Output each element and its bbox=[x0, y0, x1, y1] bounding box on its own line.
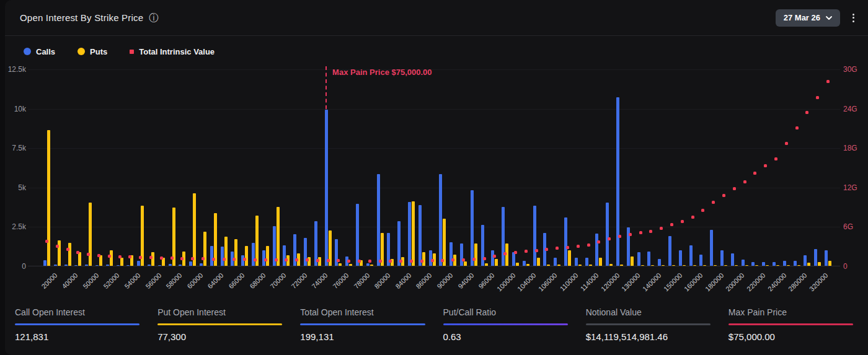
call-bar-105000[interactable] bbox=[533, 206, 536, 266]
call-bar-52000[interactable] bbox=[106, 265, 109, 266]
put-bar-230000[interactable] bbox=[766, 265, 769, 266]
call-bar-125000[interactable] bbox=[616, 97, 619, 266]
put-bar-105000[interactable] bbox=[537, 258, 540, 266]
intrinsic-value-dot-100000[interactable] bbox=[503, 252, 507, 255]
call-bar-260000[interactable] bbox=[783, 261, 786, 266]
intrinsic-value-dot-108000[interactable] bbox=[556, 247, 559, 250]
call-bar-86000[interactable] bbox=[418, 205, 422, 266]
intrinsic-value-dot-76000[interactable] bbox=[337, 259, 340, 262]
put-bar-135000[interactable] bbox=[641, 265, 644, 266]
call-bar-40000[interactable] bbox=[64, 265, 68, 266]
intrinsic-value-dot-84000[interactable] bbox=[399, 260, 402, 263]
put-bar-65000[interactable] bbox=[224, 237, 228, 266]
intrinsic-value-dot-150000[interactable] bbox=[670, 223, 673, 226]
call-bar-45000[interactable] bbox=[74, 265, 78, 266]
call-bar-110000[interactable] bbox=[564, 217, 567, 266]
call-bar-30000[interactable] bbox=[54, 265, 57, 266]
intrinsic-value-dot-106000[interactable] bbox=[545, 248, 548, 251]
call-bar-53000[interactable] bbox=[117, 265, 120, 266]
call-bar-320000[interactable] bbox=[814, 249, 817, 266]
intrinsic-value-dot-104000[interactable] bbox=[525, 250, 528, 253]
intrinsic-value-dot-88000[interactable] bbox=[431, 259, 434, 262]
intrinsic-value-dot-260000[interactable] bbox=[785, 142, 788, 145]
put-bar-170000[interactable] bbox=[703, 265, 706, 266]
put-bar-108000[interactable] bbox=[557, 265, 560, 266]
call-bar-340000[interactable] bbox=[825, 250, 828, 266]
intrinsic-value-dot-170000[interactable] bbox=[701, 209, 704, 212]
call-bar-94000[interactable] bbox=[460, 243, 463, 266]
call-bar-135000[interactable] bbox=[637, 252, 640, 266]
kebab-menu-icon[interactable] bbox=[850, 11, 857, 25]
intrinsic-value-dot-70000[interactable] bbox=[275, 258, 278, 261]
intrinsic-value-dot-180000[interactable] bbox=[712, 201, 715, 204]
put-bar-190000[interactable] bbox=[724, 265, 727, 266]
put-bar-145000[interactable] bbox=[662, 265, 665, 266]
put-bar-102000[interactable] bbox=[516, 263, 519, 266]
put-bar-240000[interactable] bbox=[776, 265, 779, 266]
call-bar-120000[interactable] bbox=[606, 203, 609, 266]
intrinsic-value-dot-30000[interactable] bbox=[56, 245, 59, 248]
intrinsic-value-dot-105000[interactable] bbox=[535, 249, 538, 252]
intrinsic-value-dot-230000[interactable] bbox=[764, 164, 767, 167]
intrinsic-value-dot-56000[interactable] bbox=[149, 256, 153, 259]
intrinsic-value-dot-340000[interactable] bbox=[826, 80, 830, 83]
call-bar-68000[interactable] bbox=[252, 243, 255, 266]
put-bar-130000[interactable] bbox=[631, 256, 634, 266]
put-bar-76000[interactable] bbox=[339, 263, 342, 266]
intrinsic-value-dot-190000[interactable] bbox=[722, 194, 725, 197]
call-bar-300000[interactable] bbox=[804, 255, 807, 266]
call-bar-112000[interactable] bbox=[575, 258, 578, 266]
intrinsic-value-dot-53000[interactable] bbox=[118, 255, 122, 258]
put-bar-52000[interactable] bbox=[110, 250, 113, 266]
intrinsic-value-dot-52000[interactable] bbox=[108, 255, 111, 258]
call-bar-95000[interactable] bbox=[471, 190, 474, 266]
put-bar-40000[interactable] bbox=[68, 243, 71, 266]
intrinsic-value-dot-200000[interactable] bbox=[733, 187, 736, 190]
expiry-date-dropdown[interactable]: 27 Mar 26 bbox=[776, 9, 840, 27]
intrinsic-value-dot-145000[interactable] bbox=[660, 227, 663, 230]
intrinsic-value-dot-94000[interactable] bbox=[462, 258, 465, 261]
legend-item-puts[interactable]: Puts bbox=[78, 47, 107, 56]
intrinsic-value-dot-98000[interactable] bbox=[493, 255, 496, 258]
call-bar-190000[interactable] bbox=[720, 250, 724, 266]
put-bar-140000[interactable] bbox=[651, 265, 654, 266]
put-bar-106000[interactable] bbox=[547, 265, 550, 266]
put-bar-95000[interactable] bbox=[474, 243, 477, 266]
call-bar-54000[interactable] bbox=[126, 265, 130, 266]
intrinsic-value-dot-280000[interactable] bbox=[795, 126, 799, 129]
call-bar-116000[interactable] bbox=[595, 234, 598, 266]
intrinsic-value-dot-110000[interactable] bbox=[566, 246, 569, 249]
intrinsic-value-dot-20000[interactable] bbox=[45, 240, 48, 243]
call-bar-59000[interactable] bbox=[179, 265, 182, 266]
intrinsic-value-dot-68000[interactable] bbox=[254, 258, 257, 261]
intrinsic-value-dot-55000[interactable] bbox=[139, 256, 142, 259]
intrinsic-value-dot-74000[interactable] bbox=[316, 259, 319, 262]
intrinsic-value-dot-62000[interactable] bbox=[202, 257, 205, 260]
intrinsic-value-dot-58000[interactable] bbox=[170, 256, 174, 260]
call-bar-62000[interactable] bbox=[200, 263, 203, 266]
call-bar-60000[interactable] bbox=[189, 261, 192, 266]
put-bar-150000[interactable] bbox=[672, 265, 675, 266]
intrinsic-value-dot-82000[interactable] bbox=[389, 260, 392, 263]
intrinsic-value-dot-210000[interactable] bbox=[743, 180, 746, 183]
intrinsic-value-dot-220000[interactable] bbox=[753, 172, 756, 175]
call-bar-200000[interactable] bbox=[731, 253, 734, 266]
put-bar-56000[interactable] bbox=[151, 252, 154, 266]
intrinsic-value-dot-75000[interactable] bbox=[327, 259, 330, 262]
put-bar-260000[interactable] bbox=[787, 265, 790, 266]
put-bar-112000[interactable] bbox=[578, 265, 582, 266]
put-bar-77000[interactable] bbox=[349, 264, 352, 266]
put-bar-220000[interactable] bbox=[755, 265, 758, 266]
intrinsic-value-dot-64000[interactable] bbox=[212, 258, 215, 261]
put-bar-125000[interactable] bbox=[620, 265, 623, 266]
put-bar-50000[interactable] bbox=[89, 203, 92, 266]
put-bar-60000[interactable] bbox=[193, 193, 196, 266]
call-bar-85000[interactable] bbox=[408, 202, 411, 266]
intrinsic-value-dot-59000[interactable] bbox=[180, 257, 184, 260]
call-bar-155000[interactable] bbox=[679, 250, 682, 266]
put-bar-62000[interactable] bbox=[203, 232, 206, 266]
call-bar-180000[interactable] bbox=[710, 230, 713, 266]
intrinsic-value-dot-160000[interactable] bbox=[691, 216, 694, 219]
call-bar-170000[interactable] bbox=[699, 255, 702, 266]
call-bar-108000[interactable] bbox=[554, 258, 557, 266]
